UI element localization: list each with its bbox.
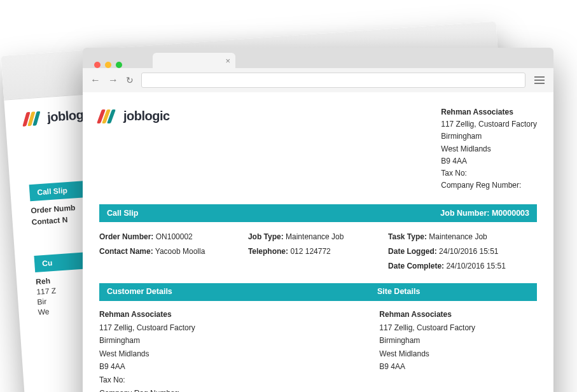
- logo: joblogic: [99, 106, 170, 126]
- customer-tax: Tax No:: [99, 374, 366, 386]
- window-controls: [89, 55, 122, 68]
- forward-icon[interactable]: →: [108, 75, 118, 85]
- site-city: Birmingham: [379, 335, 537, 347]
- task-type: Task Type: Maintenance Job: [388, 231, 537, 243]
- site-postcode: B9 4AA: [379, 361, 537, 373]
- joblogic-logo-icon: [24, 111, 44, 126]
- contact-name: Contact Name: Yacoob Moolla: [99, 246, 248, 258]
- date-complete: Date Complete: 24/10/2016 15:51: [388, 260, 537, 272]
- company-addr1: 117 Zellig, Custoard Factory: [441, 118, 537, 130]
- customer-city: Birmingham: [99, 335, 366, 347]
- browser-chrome: × ← → ↻: [83, 48, 553, 92]
- company-name: Rehman Associates: [441, 106, 537, 118]
- company-tax: Tax No:: [441, 167, 537, 179]
- tab-bar: ×: [83, 48, 553, 68]
- nav-toolbar: ← → ↻: [83, 68, 553, 92]
- company-reg: Company Reg Number:: [441, 179, 537, 192]
- site-name: Rehman Associates: [379, 309, 537, 321]
- back-icon[interactable]: ←: [90, 75, 101, 85]
- customer-column: Rehman Associates 117 Zellig, Custoard F…: [99, 307, 366, 392]
- company-city: Birmingham: [441, 130, 537, 143]
- logo-text: joblogic: [123, 106, 170, 126]
- document-header: joblogic Rehman Associates 117 Zellig, C…: [99, 106, 537, 192]
- site-region: West Midlands: [379, 348, 537, 360]
- customer-postcode: B9 4AA: [99, 361, 366, 373]
- details-bar: Customer Details Site Details: [99, 283, 537, 301]
- minimize-window-icon[interactable]: [105, 62, 111, 68]
- details-columns: Rehman Associates 117 Zellig, Custoard F…: [99, 307, 537, 392]
- company-region: West Midlands: [441, 143, 537, 155]
- header-company-block: Rehman Associates 117 Zellig, Custoard F…: [441, 106, 537, 192]
- customer-region: West Midlands: [99, 348, 366, 360]
- joblogic-logo-icon: [99, 109, 118, 123]
- menu-icon[interactable]: [533, 76, 546, 84]
- reload-icon[interactable]: ↻: [126, 75, 134, 85]
- job-type: Job Type: Maintenance Job: [248, 231, 388, 243]
- customer-reg: Company Reg Number:: [99, 388, 366, 392]
- document-content: joblogic Rehman Associates 117 Zellig, C…: [83, 92, 553, 392]
- order-number: Order Number: ON100002: [99, 231, 248, 243]
- browser-window: × ← → ↻ joblogic Rehman Associates 117 Z…: [83, 48, 553, 392]
- close-window-icon[interactable]: [94, 62, 101, 68]
- customer-addr1: 117 Zellig, Custoard Factory: [99, 322, 366, 334]
- browser-tab[interactable]: ×: [153, 53, 235, 68]
- call-slip-grid: Order Number: ON100002 Contact Name: Yac…: [99, 228, 537, 274]
- url-input[interactable]: [141, 73, 525, 88]
- date-logged: Date Logged: 24/10/2016 15:51: [388, 246, 537, 258]
- job-number: Job Number: M0000003: [440, 207, 529, 220]
- site-column: Rehman Associates 117 Zellig, Custoard F…: [379, 307, 537, 392]
- site-details-title: Site Details: [377, 286, 529, 298]
- maximize-window-icon[interactable]: [116, 62, 122, 68]
- call-slip-bar: Call Slip Job Number: M0000003: [99, 204, 537, 222]
- customer-name: Rehman Associates: [99, 309, 366, 321]
- telephone: Telephone: 012 124772: [248, 246, 388, 258]
- call-slip-title: Call Slip: [107, 207, 138, 220]
- site-addr1: 117 Zellig, Custoard Factory: [379, 322, 537, 334]
- customer-details-title: Customer Details: [107, 286, 172, 298]
- company-postcode: B9 4AA: [441, 155, 537, 167]
- close-tab-icon[interactable]: ×: [225, 56, 230, 66]
